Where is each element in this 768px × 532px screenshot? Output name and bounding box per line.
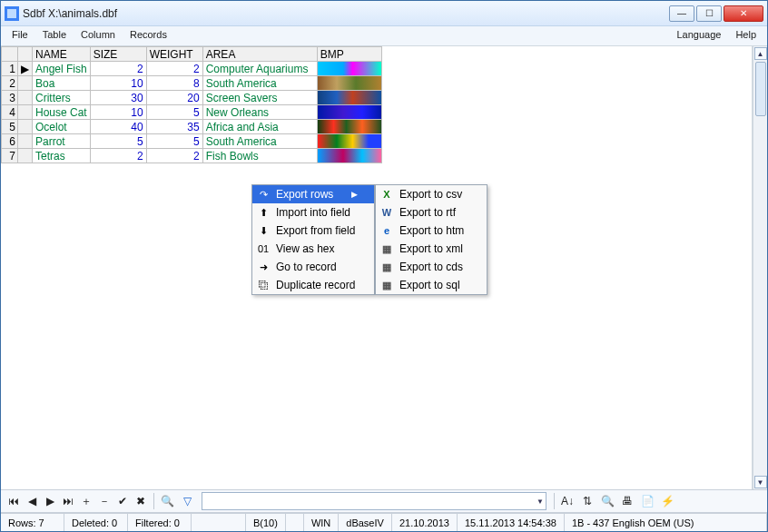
table-row[interactable]: 4House Cat105New Orleans <box>2 105 382 120</box>
table-row[interactable]: 1▶Angel Fish22Computer Aquariums <box>2 62 382 76</box>
context-menu-item[interactable]: ➜Go to record <box>252 258 374 276</box>
context-menu-item[interactable]: ⿻Duplicate record <box>252 276 374 294</box>
column-header[interactable]: BMP <box>317 47 381 62</box>
menu-item-icon: ⬇ <box>256 223 271 238</box>
status-date2: 15.11.2013 14:54:38 <box>458 514 565 531</box>
menu-help[interactable]: Help <box>728 26 763 45</box>
first-record-button[interactable]: ⏮ <box>5 492 23 510</box>
context-menu-item[interactable]: ⬆Import into field <box>252 203 374 222</box>
context-submenu-item[interactable]: ▦Export to xml <box>376 240 487 258</box>
export-format-icon: ▦ <box>379 260 394 274</box>
prev-record-button[interactable]: ◀ <box>23 492 41 510</box>
close-button[interactable]: ✕ <box>724 5 763 22</box>
vertical-scrollbar[interactable]: ▲ ▼ <box>753 46 767 489</box>
menu-table[interactable]: Table <box>35 26 74 45</box>
status-deleted: Deleted: 0 <box>64 514 128 531</box>
sort-button[interactable]: A↓ <box>558 492 576 510</box>
context-menu-item[interactable]: ⬇Export from field <box>252 222 374 240</box>
column-header[interactable]: AREA <box>202 47 317 62</box>
column-header[interactable]: NAME <box>33 47 91 62</box>
menu-file[interactable]: File <box>5 26 35 45</box>
chevron-down-icon: ▼ <box>537 498 544 506</box>
context-submenu: XExport to csvWExport to rtfeExport to h… <box>375 184 487 295</box>
export-button[interactable]: 📄 <box>638 492 656 510</box>
table-row[interactable]: 2Boa108South America <box>2 76 382 91</box>
title-bar: Sdbf X:\animals.dbf — ☐ ✕ <box>1 1 767 26</box>
status-bar: Rows: 7 Deleted: 0 Filtered: 0 B(10) WIN… <box>1 513 767 531</box>
export-format-icon: W <box>379 205 394 220</box>
cancel-edit-button[interactable]: ✖ <box>132 492 150 510</box>
context-menu-item[interactable]: 01View as hex <box>252 240 374 258</box>
status-rows: Rows: 7 <box>1 514 64 531</box>
context-submenu-item[interactable]: ▦Export to cds <box>376 258 487 276</box>
insert-record-button[interactable]: ＋ <box>77 492 95 510</box>
menu-item-icon: ⿻ <box>256 278 271 292</box>
column-header[interactable]: WEIGHT <box>146 47 202 62</box>
table-row[interactable]: 6Parrot55South America <box>2 134 382 149</box>
menu-item-icon: ↷ <box>256 187 271 202</box>
context-menu: ↷Export rows▶⬆Import into field⬇Export f… <box>251 184 375 295</box>
expression-combo[interactable]: ▼ <box>202 492 546 510</box>
export-format-icon: e <box>379 223 394 238</box>
execute-button[interactable]: ⚡ <box>658 492 676 510</box>
find-button[interactable]: 🔍 <box>158 492 176 510</box>
context-submenu-item[interactable]: ▦Export to sql <box>376 276 487 294</box>
zoom-button[interactable]: 🔍 <box>598 492 616 510</box>
status-fieldtype: B(10) <box>246 514 286 531</box>
table-row[interactable]: 5Ocelot4035Africa and Asia <box>2 120 382 134</box>
print-button[interactable]: 🖶 <box>618 492 636 510</box>
menu-item-icon: 01 <box>256 241 271 256</box>
app-icon <box>5 6 19 21</box>
export-format-icon: ▦ <box>379 278 394 292</box>
minimize-button[interactable]: — <box>669 5 694 22</box>
delete-record-button[interactable]: － <box>95 492 113 510</box>
status-date1: 21.10.2013 <box>392 514 458 531</box>
next-record-button[interactable]: ▶ <box>41 492 59 510</box>
menu-column[interactable]: Column <box>74 26 123 45</box>
context-menu-item[interactable]: ↷Export rows▶ <box>252 185 374 203</box>
context-submenu-item[interactable]: XExport to csv <box>376 185 487 203</box>
swap-button[interactable]: ⇅ <box>578 492 596 510</box>
column-header[interactable]: SIZE <box>90 47 146 62</box>
status-dbver: dBaseIV <box>339 514 392 531</box>
status-codepage: 1B - 437 English OEM (US) <box>565 514 767 531</box>
menu-item-icon: ➜ <box>256 260 271 274</box>
menu-bar: File Table Column Records Language Help <box>1 26 767 46</box>
maximize-button[interactable]: ☐ <box>696 5 722 22</box>
menu-item-icon: ⬆ <box>256 205 271 220</box>
svg-rect-1 <box>7 9 16 18</box>
scroll-down-icon[interactable]: ▼ <box>754 476 767 488</box>
filter-button[interactable]: ▽ <box>178 492 196 510</box>
scroll-thumb[interactable] <box>755 62 766 116</box>
scroll-up-icon[interactable]: ▲ <box>754 47 767 60</box>
status-filtered: Filtered: 0 <box>128 514 192 531</box>
table-row[interactable]: 7Tetras22Fish Bowls <box>2 149 382 163</box>
export-format-icon: ▦ <box>379 241 394 256</box>
last-record-button[interactable]: ⏭ <box>59 492 77 510</box>
context-submenu-item[interactable]: eExport to htm <box>376 222 487 240</box>
export-format-icon: X <box>379 187 394 202</box>
window-title: Sdbf X:\animals.dbf <box>23 7 669 20</box>
bottom-toolbar: ⏮◀▶⏭＋－✔✖ 🔍 ▽ ▼ A↓⇅🔍🖶📄⚡ <box>1 489 767 513</box>
status-encoding: WIN <box>304 514 339 531</box>
post-edit-button[interactable]: ✔ <box>113 492 132 510</box>
context-submenu-item[interactable]: WExport to rtf <box>376 203 487 222</box>
menu-language[interactable]: Language <box>669 26 728 45</box>
table-row[interactable]: 3Critters3020Screen Savers <box>2 91 382 105</box>
menu-records[interactable]: Records <box>123 26 174 45</box>
